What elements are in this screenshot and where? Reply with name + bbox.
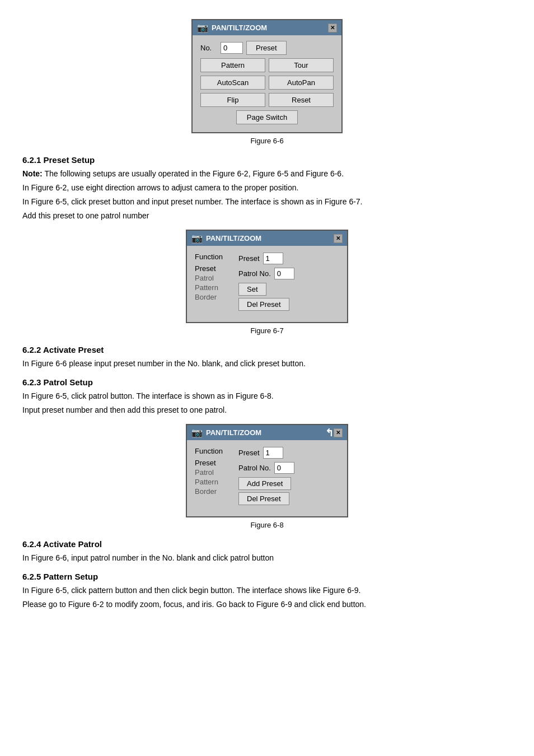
fig66-grid: Pattern Tour AutoScan AutoPan Flip Reset (200, 58, 334, 107)
ptz-icon-68: 📷 (191, 427, 203, 438)
figure-68-wrapper: 📷 PAN/TILT/ZOOM ✕ ↰ Function Preset Patr… (22, 424, 512, 517)
autopan-button[interactable]: AutoPan (269, 76, 334, 90)
patrol-no-input-68[interactable] (274, 462, 294, 474)
function-label-68: Function (195, 447, 234, 455)
dialog-fig67: 📷 PAN/TILT/ZOOM ✕ Function Preset Patrol… (186, 230, 348, 323)
close-button-fig68[interactable]: ✕ (334, 428, 343, 437)
preset-button-66[interactable]: Preset (246, 41, 287, 55)
set-button-67[interactable]: Set (238, 283, 266, 296)
page-switch-row: Page Switch (200, 110, 334, 124)
figure-67-wrapper: 📷 PAN/TILT/ZOOM ✕ Function Preset Patrol… (22, 230, 512, 323)
func-item-preset-68[interactable]: Preset (195, 459, 234, 467)
add-preset-button-68[interactable]: Add Preset (238, 477, 291, 490)
preset-row-68: Preset (238, 447, 339, 459)
reset-button[interactable]: Reset (269, 93, 334, 107)
func-item-pattern-68[interactable]: Pattern (195, 478, 234, 486)
preset-input-67[interactable] (263, 253, 283, 264)
patrol-no-label-67: Patrol No. (238, 269, 271, 278)
section-621-p2: In Figure 6-5, click preset button and i… (22, 196, 512, 208)
fig66-caption: Figure 6-6 (22, 137, 512, 145)
section-625-p2: Please go to Figure 6-2 to modify zoom, … (22, 599, 512, 610)
dialog-fig68: 📷 PAN/TILT/ZOOM ✕ ↰ Function Preset Patr… (186, 424, 348, 517)
dialog-fig67-title: PAN/TILT/ZOOM (206, 234, 261, 242)
close-button-fig67[interactable]: ✕ (334, 234, 343, 243)
section-623-heading: 6.2.3 Patrol Setup (22, 377, 512, 387)
dialog-fig66-body: No. Preset Pattern Tour AutoScan AutoPan… (193, 35, 341, 132)
dialog-fig67-titlebar: 📷 PAN/TILT/ZOOM ✕ (187, 231, 347, 246)
dialog-fig68-body: Function Preset Patrol Pattern Border Pr… (187, 440, 347, 516)
flip-button[interactable]: Flip (200, 93, 265, 107)
right-panel-68: Preset Patrol No. Add Preset Del Preset (238, 447, 339, 507)
figure-66-wrapper: 📷 PAN/TILT/ZOOM ✕ No. Preset Pattern Tou… (22, 19, 512, 133)
ptz-icon: 📷 (197, 22, 208, 33)
section-624-heading: 6.2.4 Activate Patrol (22, 539, 512, 549)
section-622-heading: 6.2.2 Activate Preset (22, 345, 512, 354)
func-list-67: Function Preset Patrol Pattern Border (195, 253, 234, 313)
func-list-items-67: Preset Patrol Pattern Border (195, 264, 234, 301)
tour-button[interactable]: Tour (269, 58, 334, 72)
func-list-68: Function Preset Patrol Pattern Border (195, 447, 234, 507)
del-preset-button-68[interactable]: Del Preset (238, 492, 289, 505)
preset-row-67: Preset (238, 253, 339, 264)
function-label-67: Function (195, 253, 234, 261)
section-623-p1: In Figure 6-5, click patrol button. The … (22, 390, 512, 402)
pattern-button[interactable]: Pattern (200, 58, 265, 72)
dialog-fig68-title: PAN/TILT/ZOOM (206, 428, 261, 437)
patrol-no-input-67[interactable] (274, 268, 294, 279)
note-text: The following setups are usually operate… (43, 169, 344, 178)
close-button-fig66[interactable]: ✕ (328, 24, 337, 32)
fig66-no-row: No. Preset (200, 41, 334, 55)
no-label: No. (200, 44, 217, 52)
patrol-no-label-68: Patrol No. (238, 464, 271, 472)
func-item-preset-67[interactable]: Preset (195, 264, 234, 273)
func-item-border-67[interactable]: Border (195, 293, 234, 301)
preset-input-68[interactable] (263, 447, 283, 459)
func-list-items-68: Preset Patrol Pattern Border (195, 459, 234, 496)
section-621-p1: In Figure 6-2, use eight direction arrow… (22, 182, 512, 194)
section-623-p2: Input preset number and then add this pr… (22, 404, 512, 416)
no-input[interactable] (221, 42, 243, 54)
preset-label-67: Preset (238, 254, 260, 263)
right-panel-67: Preset Patrol No. Set Del Preset (238, 253, 339, 313)
ptz-icon-67: 📷 (191, 233, 203, 244)
dialog-fig66-title: PAN/TILT/ZOOM (212, 24, 267, 32)
section-625-heading: 6.2.5 Pattern Setup (22, 572, 512, 581)
section-624-p1: In Figure 6-6, input patrol number in th… (22, 552, 512, 564)
page-switch-button[interactable]: Page Switch (236, 110, 298, 124)
section-625-p1: In Figure 6-5, click pattern button and … (22, 585, 512, 596)
func-item-patrol-68[interactable]: Patrol (195, 468, 234, 477)
del-preset-button-67[interactable]: Del Preset (238, 298, 289, 311)
func-item-pattern-67[interactable]: Pattern (195, 283, 234, 292)
section-622-p1: In Figure 6-6 please input preset number… (22, 358, 512, 370)
cursor-icon-68: ↰ (325, 427, 334, 439)
func-item-border-68[interactable]: Border (195, 487, 234, 496)
fig67-caption: Figure 6-7 (22, 326, 512, 335)
dialog-fig68-titlebar: 📷 PAN/TILT/ZOOM ✕ ↰ (187, 425, 347, 440)
dialog-fig66: 📷 PAN/TILT/ZOOM ✕ No. Preset Pattern Tou… (191, 19, 343, 133)
patrol-no-row-67: Patrol No. (238, 268, 339, 279)
dialog-fig67-body: Function Preset Patrol Pattern Border Pr… (187, 246, 347, 322)
autoscan-button[interactable]: AutoScan (200, 76, 265, 90)
preset-label-68: Preset (238, 449, 260, 457)
patrol-no-row-68: Patrol No. (238, 462, 339, 474)
note-bold: Note: (22, 169, 43, 178)
dialog-fig66-titlebar: 📷 PAN/TILT/ZOOM ✕ (193, 20, 341, 35)
section-621-heading: 6.2.1 Preset Setup (22, 155, 512, 165)
section-621-note: Note: The following setups are usually o… (22, 168, 512, 180)
fig68-caption: Figure 6-8 (22, 521, 512, 529)
func-item-patrol-67[interactable]: Patrol (195, 274, 234, 282)
section-621-p3: Add this preset to one patrol number (22, 210, 512, 222)
